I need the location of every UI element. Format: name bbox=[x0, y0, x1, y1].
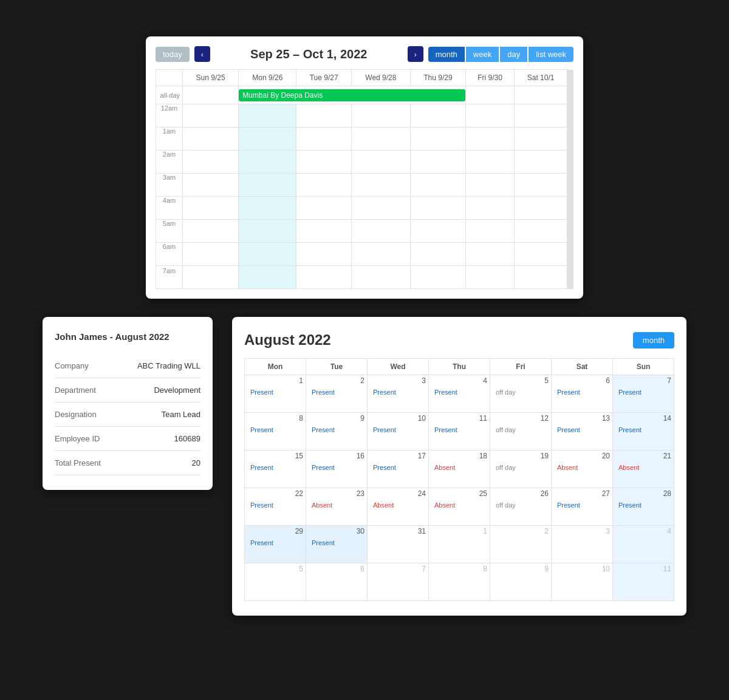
day-number: 6 bbox=[554, 376, 610, 385]
col-sun925: Sun 9/25 bbox=[183, 70, 239, 86]
today-button[interactable]: today bbox=[156, 47, 190, 62]
day-cell: 1Present bbox=[245, 375, 306, 413]
day-cell: 16Present bbox=[306, 450, 368, 488]
th-fri: Fri bbox=[490, 359, 552, 375]
day-cell: 15Present bbox=[245, 450, 306, 488]
status-badge: Absent bbox=[615, 463, 642, 472]
th-wed: Wed bbox=[368, 359, 429, 375]
day-number: 12 bbox=[493, 414, 549, 423]
department-label: Department bbox=[55, 386, 96, 395]
hour-row-4am: 4am bbox=[156, 197, 573, 220]
view-day-button[interactable]: day bbox=[500, 47, 527, 62]
day-cell: 4Present bbox=[429, 375, 490, 413]
day-number: 5 bbox=[493, 376, 549, 385]
info-row-totalpresent: Total Present 20 bbox=[55, 451, 200, 475]
info-row-company: Company ABC Trading WLL bbox=[55, 354, 200, 378]
week-row-2: 15Present16Present17Present18Absent19off… bbox=[245, 450, 674, 488]
day-cell: 2Present bbox=[306, 375, 368, 413]
day-cell: 12off day bbox=[490, 413, 552, 450]
day-cell: 9Present bbox=[306, 413, 368, 450]
day-cell: 11Present bbox=[429, 413, 490, 450]
day-cell: 31 bbox=[368, 526, 429, 563]
status-badge: Present bbox=[247, 500, 276, 510]
hour-row-6am: 6am bbox=[156, 243, 573, 266]
day-number: 21 bbox=[615, 452, 671, 460]
day-cell: 9 bbox=[490, 563, 552, 601]
hour-row-2am: 2am bbox=[156, 151, 573, 174]
month-table: Mon Tue Wed Thu Fri Sat Sun 1Present2Pre… bbox=[244, 358, 674, 601]
status-badge: Present bbox=[309, 387, 338, 397]
empid-label: Employee ID bbox=[55, 434, 100, 443]
day-number: 23 bbox=[309, 489, 364, 498]
day-number: 9 bbox=[309, 414, 364, 423]
day-cell: 14Present bbox=[613, 413, 674, 450]
status-badge: Present bbox=[309, 538, 338, 548]
day-cell: 5off day bbox=[490, 375, 552, 413]
day-number: 6 bbox=[309, 565, 364, 573]
day-number: 4 bbox=[431, 376, 487, 385]
day-number: 8 bbox=[247, 414, 303, 423]
day-cell: 3Present bbox=[368, 375, 429, 413]
status-badge: Present bbox=[431, 387, 460, 397]
day-number: 31 bbox=[370, 527, 426, 535]
day-number: 30 bbox=[309, 527, 364, 535]
month-button[interactable]: month bbox=[633, 332, 674, 348]
view-buttons: month week day list week bbox=[428, 47, 573, 62]
day-number: 3 bbox=[370, 376, 426, 385]
col-sat101: Sat 10/1 bbox=[515, 70, 567, 86]
hour-row-5am: 5am bbox=[156, 220, 573, 243]
day-cell: 8 bbox=[429, 563, 490, 601]
view-week-button[interactable]: week bbox=[466, 47, 499, 62]
hour-row-1am: 1am bbox=[156, 127, 573, 151]
view-listweek-button[interactable]: list week bbox=[529, 47, 573, 62]
designation-label: Designation bbox=[55, 410, 97, 419]
day-number: 1 bbox=[431, 527, 487, 535]
status-badge: Present bbox=[615, 425, 645, 435]
status-badge: Present bbox=[370, 425, 399, 435]
totalpresent-value: 20 bbox=[192, 458, 200, 467]
day-cell: 10 bbox=[552, 563, 613, 601]
status-badge: off day bbox=[493, 500, 519, 510]
day-cell: 26off day bbox=[490, 488, 552, 526]
status-badge: Present bbox=[247, 463, 276, 472]
status-badge: Present bbox=[554, 425, 583, 435]
day-cell: 22Present bbox=[245, 488, 306, 526]
day-number: 15 bbox=[247, 452, 303, 460]
day-cell: 30Present bbox=[306, 526, 368, 563]
hour-row-12am: 12am bbox=[156, 104, 573, 127]
day-number: 27 bbox=[554, 489, 610, 498]
day-number: 14 bbox=[615, 414, 671, 423]
calendar-panel: August 2022 month Mon Tue Wed Thu Fri Sa… bbox=[232, 317, 686, 616]
view-month-button[interactable]: month bbox=[428, 47, 465, 62]
day-number: 5 bbox=[247, 565, 303, 573]
next-button[interactable]: › bbox=[408, 46, 423, 62]
status-badge: Present bbox=[615, 387, 645, 397]
week-row-1: 8Present9Present10Present11Present12off … bbox=[245, 413, 674, 450]
day-number: 16 bbox=[309, 452, 364, 460]
day-number: 19 bbox=[493, 452, 549, 460]
col-fri930: Fri 9/30 bbox=[465, 70, 514, 86]
status-badge: Present bbox=[370, 387, 399, 397]
event-bar[interactable]: Mumbai By Deepa Davis bbox=[239, 89, 465, 101]
calendar-title: Sep 25 – Oct 1, 2022 bbox=[215, 47, 403, 61]
day-number: 18 bbox=[431, 452, 487, 460]
day-number: 2 bbox=[493, 527, 549, 535]
col-mon926: Mon 9/26 bbox=[239, 70, 296, 86]
th-sat: Sat bbox=[552, 359, 613, 375]
day-number: 1 bbox=[247, 376, 303, 385]
day-number: 11 bbox=[615, 565, 671, 573]
info-row-designation: Designation Team Lead bbox=[55, 403, 200, 427]
day-number: 25 bbox=[431, 489, 487, 498]
day-number: 20 bbox=[554, 452, 610, 460]
day-number: 4 bbox=[615, 527, 671, 535]
day-cell: 3 bbox=[552, 526, 613, 563]
status-badge: Present bbox=[247, 425, 276, 435]
day-cell: 6Present bbox=[552, 375, 613, 413]
calendar-header: August 2022 month bbox=[244, 331, 674, 348]
prev-button[interactable]: ‹ bbox=[194, 46, 210, 62]
status-badge: Present bbox=[247, 387, 276, 397]
day-cell: 4 bbox=[613, 526, 674, 563]
status-badge: off day bbox=[493, 425, 519, 435]
week-grid: Sun 9/25 Mon 9/26 Tue 9/27 Wed 9/28 Thu … bbox=[156, 69, 573, 289]
department-value: Development bbox=[154, 386, 200, 395]
